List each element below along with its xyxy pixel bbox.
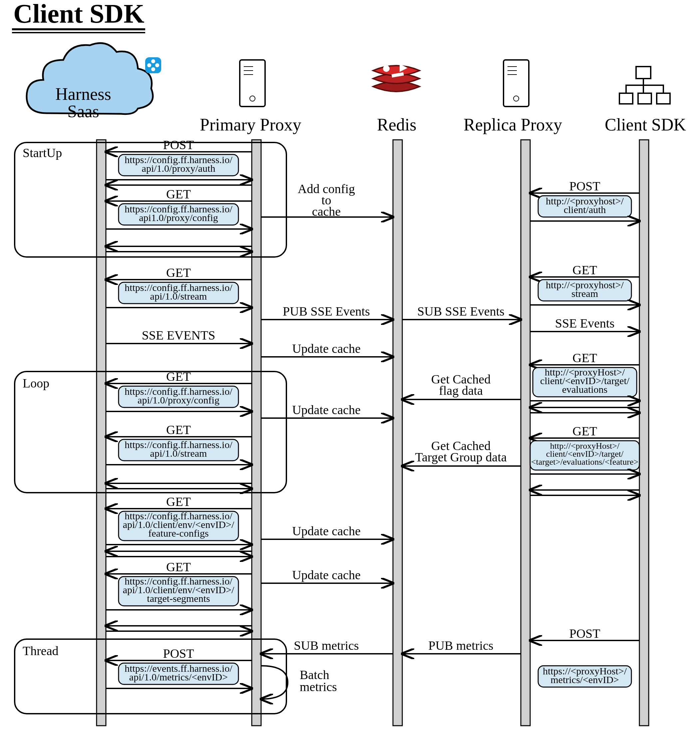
replica-proxy-label: Replica Proxy: [463, 115, 562, 134]
sse-events-label: SSE EVENTS: [142, 328, 215, 342]
msg-url: https://<proxyHost>/metrics/<envID>: [543, 665, 627, 685]
svg-rect-18: [636, 67, 651, 79]
startup-label: StartUp: [23, 146, 62, 160]
sse-events-label: SSE Events: [555, 316, 615, 330]
update-cache-label: Update cache: [292, 342, 361, 355]
update-cache-label: Update cache: [292, 568, 361, 582]
svg-point-11: [383, 65, 390, 72]
redis-label: Redis: [377, 115, 416, 134]
lifeline-redis: [393, 140, 402, 726]
msg-method: GET: [166, 370, 191, 383]
lifeline-saas: [97, 140, 106, 726]
msg-method: GET: [572, 351, 597, 365]
msg-url: https://config.ff.harness.io/api/1.0/pro…: [125, 386, 232, 405]
primary-proxy-label: Primary Proxy: [200, 115, 301, 134]
msg-method: GET: [166, 187, 191, 201]
svg-rect-20: [638, 93, 651, 104]
msg-method: POST: [163, 646, 194, 660]
msg-method: GET: [166, 560, 191, 574]
svg-rect-19: [619, 93, 633, 104]
lifeline-sdk: [640, 140, 649, 726]
lifeline-primary: [252, 140, 261, 726]
add-config-label: Add configtocache: [298, 182, 355, 219]
thread-label: Thread: [23, 644, 59, 658]
pub-sse-label: PUB SSE Events: [283, 304, 370, 318]
server-icon: [503, 60, 529, 107]
msg-url: https://events.ff.harness.io/api/1.0/met…: [125, 663, 232, 682]
msg-method: POST: [569, 179, 600, 193]
pub-metrics-label: PUB metrics: [428, 638, 493, 653]
msg-method: GET: [572, 263, 597, 277]
update-cache-label: Update cache: [292, 524, 361, 538]
msg-method: POST: [569, 627, 600, 640]
svg-rect-21: [657, 93, 670, 104]
loop-label: Loop: [23, 376, 49, 390]
update-cache-label: Update cache: [292, 403, 361, 417]
self-loop: [261, 666, 288, 699]
msg-method: GET: [572, 424, 597, 438]
server-icon: [240, 60, 265, 107]
svg-point-2: [151, 59, 155, 63]
diagram-title: Client SDK: [13, 0, 144, 28]
tree-icon: [619, 67, 670, 104]
sub-sse-label: SUB SSE Events: [417, 304, 504, 318]
cached-flag-label: Get Cachedflag data: [431, 372, 491, 398]
svg-point-5: [151, 67, 155, 71]
redis-icon: [373, 64, 420, 91]
msg-method: POST: [163, 138, 194, 152]
msg-url: https://config.ff.harness.io/api1.0/prox…: [125, 203, 232, 223]
harness-saas-label: HarnessSaas: [55, 85, 111, 121]
svg-point-3: [147, 63, 151, 67]
msg-method: GET: [166, 423, 191, 437]
svg-point-4: [155, 63, 159, 67]
msg-method: GET: [166, 266, 191, 280]
msg-method: GET: [166, 494, 191, 509]
cached-tg-label: Get CachedTarget Group data: [415, 439, 506, 464]
sub-metrics-label: SUB metrics: [294, 638, 359, 653]
client-sdk-label: Client SDK: [605, 115, 686, 134]
lifeline-replica: [521, 140, 530, 726]
batch-label: Batchmetrics: [300, 668, 337, 694]
